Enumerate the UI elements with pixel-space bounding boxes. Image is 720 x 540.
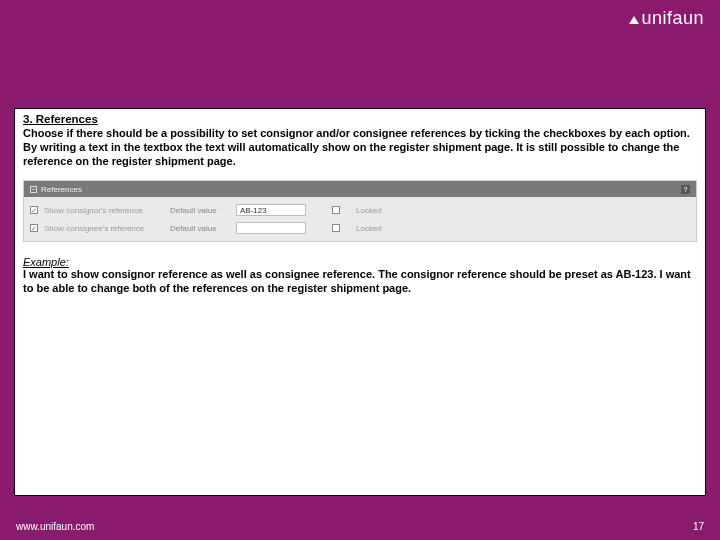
- reference-row: Show consignor's reference Default value…: [30, 201, 690, 219]
- page-number: 17: [693, 521, 704, 532]
- panel-header: − References ?: [24, 181, 696, 197]
- header: unifaun: [0, 0, 720, 36]
- content-box: 3. References Choose if there should be …: [14, 108, 706, 496]
- embedded-ui-panel: − References ? Show consignor's referenc…: [23, 180, 697, 242]
- example-label: Example:: [23, 256, 697, 268]
- panel-body: Show consignor's reference Default value…: [24, 197, 696, 241]
- show-consignee-label: Show consignee's reference: [44, 224, 164, 233]
- slide: unifaun 3. References Choose if there sh…: [0, 0, 720, 540]
- consignor-locked-label: Locked: [356, 206, 382, 215]
- footer-url: www.unifaun.com: [16, 521, 94, 532]
- help-icon[interactable]: ?: [681, 185, 690, 194]
- consignee-default-input[interactable]: [236, 222, 306, 234]
- example-text: I want to show consignor reference as we…: [23, 268, 697, 296]
- intro-text: Choose if there should be a possibility …: [23, 127, 697, 168]
- brand-logo: unifaun: [629, 8, 704, 29]
- default-value-label: Default value: [170, 224, 230, 233]
- collapse-icon[interactable]: −: [30, 186, 37, 193]
- show-consignor-checkbox[interactable]: [30, 206, 38, 214]
- default-value-label: Default value: [170, 206, 230, 215]
- consignee-locked-label: Locked: [356, 224, 382, 233]
- show-consignee-checkbox[interactable]: [30, 224, 38, 232]
- panel-title: References: [41, 185, 82, 194]
- reference-row: Show consignee's reference Default value…: [30, 219, 690, 237]
- consignor-locked-checkbox[interactable]: [332, 206, 340, 214]
- footer: www.unifaun.com 17: [0, 512, 720, 540]
- section-title: 3. References: [23, 113, 697, 125]
- consignee-locked-checkbox[interactable]: [332, 224, 340, 232]
- show-consignor-label: Show consignor's reference: [44, 206, 164, 215]
- consignor-default-input[interactable]: AB-123: [236, 204, 306, 216]
